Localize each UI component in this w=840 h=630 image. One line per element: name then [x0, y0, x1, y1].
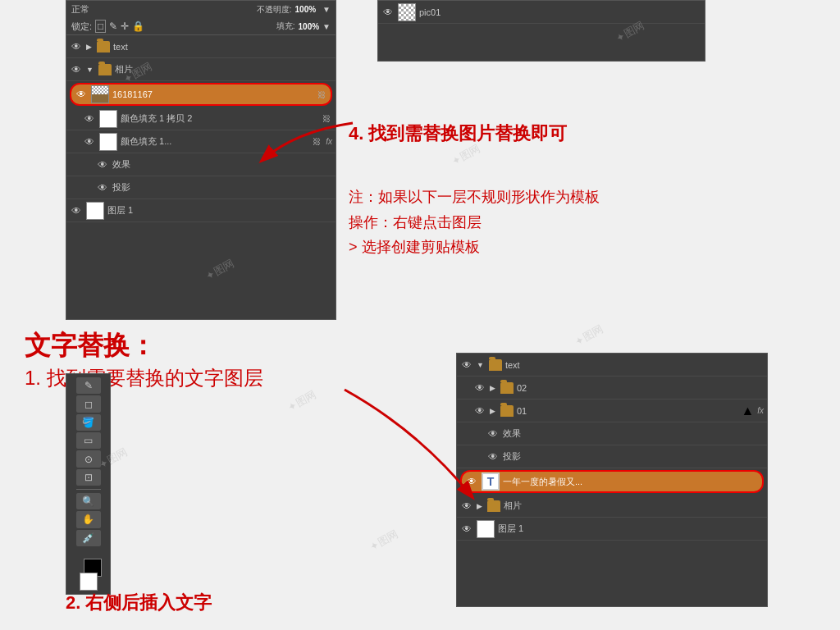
- lock-brush-icon[interactable]: ✎: [109, 21, 117, 32]
- layer1[interactable]: 👁 图层 1: [66, 199, 336, 222]
- note-annotation: 注：如果以下一层不规则形状作为模板 操作：右键点击图层 > 选择创建剪贴模板: [349, 185, 600, 260]
- layer-name: pic01: [419, 7, 701, 17]
- layer-name: 02: [517, 383, 764, 393]
- layer-name: 图层 1: [498, 523, 764, 535]
- fill-tool[interactable]: 🪣: [76, 414, 101, 431]
- divider: [76, 489, 101, 490]
- expand-arrow[interactable]: ▼: [477, 361, 484, 369]
- opacity-label: 不透明度:: [257, 4, 292, 16]
- note-line2: 操作：右键点击图层: [349, 210, 600, 235]
- brush-tool[interactable]: ✎: [76, 377, 101, 394]
- fill-value: 100%: [299, 22, 320, 31]
- layer-name: 相片: [115, 63, 332, 75]
- lock-label: 锁定:: [71, 21, 92, 33]
- layer-thumbnail: [477, 520, 495, 538]
- eye-icon[interactable]: 👁: [460, 523, 473, 536]
- group01-layer[interactable]: 👁 ▶ 01 ▲ fx: [457, 399, 767, 422]
- layer-name: 图层 1: [107, 204, 332, 217]
- fill-label: 填充:: [276, 21, 295, 32]
- pic01-layer[interactable]: 👁 pic01: [378, 1, 705, 24]
- layer-thumbnail: [86, 202, 104, 220]
- eye-icon[interactable]: 👁: [96, 158, 109, 171]
- fx-badge: fx: [757, 406, 764, 415]
- chain-icon: ⛓: [316, 89, 327, 100]
- lasso-tool[interactable]: ⊙: [76, 450, 101, 467]
- layer-thumbnail: [99, 110, 117, 128]
- lock-row: 锁定: □ ✎ ✛ 🔒 填充: 100% ▼: [66, 18, 336, 35]
- layer-name: 相片: [504, 500, 764, 512]
- layer-name: text: [505, 360, 764, 370]
- eyedropper-tool[interactable]: 💉: [76, 530, 101, 546]
- folder-icon: [489, 359, 502, 371]
- eye-icon[interactable]: 👁: [96, 181, 109, 194]
- foreground-bg: [80, 555, 98, 591]
- group02-layer[interactable]: 👁 ▶ 02: [457, 377, 767, 399]
- folder-icon: [500, 405, 514, 417]
- eye-icon[interactable]: 👁: [460, 358, 473, 372]
- top-right-panel: 👁 pic01: [377, 0, 705, 62]
- folder-icon: [97, 41, 110, 52]
- text-replace-subtitle: 1. 找到需要替换的文字图层: [25, 365, 263, 391]
- scroll-indicator[interactable]: ▲: [741, 404, 754, 418]
- text-content-layer[interactable]: 👁 T 一年一度的暑假又...: [460, 470, 764, 493]
- eye-icon[interactable]: 👁: [70, 40, 83, 53]
- left-toolbar: ✎ ◻ 🪣 ▭ ⊙ ⊡ 🔍 ✋ 💉: [66, 373, 111, 595]
- annotation-arrow: [230, 107, 394, 189]
- rectangle-tool[interactable]: ▭: [76, 432, 101, 449]
- lock-position-icon[interactable]: ✛: [121, 21, 129, 32]
- eye-icon[interactable]: 👁: [83, 135, 96, 148]
- crop-tool[interactable]: ⊡: [76, 469, 101, 486]
- layer-thumbnail: [398, 3, 416, 21]
- photo-folder-layer[interactable]: 👁 ▶ 相片: [457, 495, 767, 518]
- folder-icon: [98, 64, 112, 75]
- visibility-icon[interactable]: 👁: [381, 6, 395, 19]
- hand-tool[interactable]: ✋: [76, 511, 101, 527]
- layer1[interactable]: 👁 图层 1: [457, 518, 767, 541]
- text-replace-arrow: [320, 381, 500, 521]
- background-color[interactable]: [80, 573, 98, 591]
- shadow-label: 投影: [503, 450, 764, 463]
- eye-icon[interactable]: 👁: [70, 204, 83, 217]
- opacity-arrow[interactable]: ▼: [322, 5, 331, 14]
- opacity-value: 100%: [295, 5, 317, 14]
- eye-icon[interactable]: 👁: [75, 88, 88, 101]
- bottom-hint: 2. 右侧后插入文字: [66, 591, 212, 615]
- layer-thumbnail: [99, 133, 117, 151]
- eye-icon[interactable]: 👁: [70, 63, 83, 76]
- text-folder-layer[interactable]: 👁 ▼ text: [457, 354, 767, 377]
- expand-arrow[interactable]: ▶: [86, 43, 92, 51]
- blend-mode-label: 正常: [71, 3, 89, 16]
- expand-arrow[interactable]: ▼: [86, 66, 94, 74]
- layer-name: 一年一度的暑假又...: [503, 476, 759, 488]
- layer-thumbnail: [91, 85, 109, 103]
- layer-name: text: [113, 42, 332, 52]
- text-replace-title: 文字替换：: [25, 328, 156, 364]
- text-folder-layer[interactable]: 👁 ▶ text: [66, 35, 336, 58]
- image-16181167-layer[interactable]: 👁 16181167 ⛓: [70, 83, 332, 106]
- folder-icon: [500, 382, 514, 394]
- effect-item: 👁 效果: [457, 422, 767, 445]
- fill-arrow[interactable]: ▼: [322, 22, 331, 31]
- eraser-tool[interactable]: ◻: [76, 395, 101, 412]
- effect-label: 效果: [503, 427, 764, 440]
- layer-name: 01: [517, 406, 737, 416]
- photo-folder-layer[interactable]: 👁 ▼ 相片: [66, 58, 336, 81]
- blend-mode-row: 正常 不透明度: 100% ▼: [66, 1, 336, 18]
- zoom-tool[interactable]: 🔍: [76, 493, 101, 509]
- shadow-item: 👁 投影: [457, 445, 767, 468]
- bottom-layers-panel: 👁 ▼ text 👁 ▶ 02 👁 ▶ 01 ▲ fx 👁 效果 👁 投影 👁 …: [456, 353, 768, 607]
- lock-image-icon[interactable]: □: [95, 20, 106, 33]
- lock-all-icon[interactable]: 🔒: [132, 21, 144, 32]
- note-line3: > 选择创建剪贴模板: [349, 235, 600, 260]
- layer-name: 16181167: [112, 89, 313, 99]
- eye-icon[interactable]: 👁: [83, 112, 96, 126]
